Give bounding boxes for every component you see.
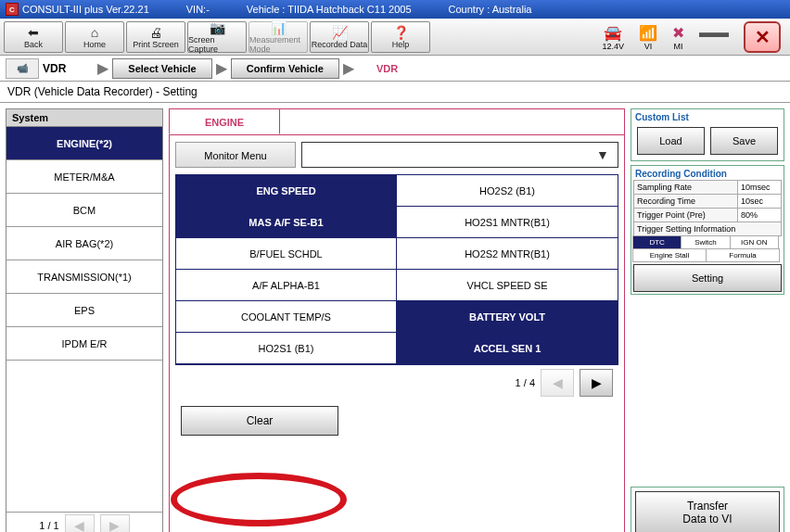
system-item[interactable]: BCM xyxy=(6,194,162,227)
grid-prev-button: ◀ xyxy=(541,369,574,397)
load-button[interactable]: Load xyxy=(637,127,705,155)
trigger-cell[interactable]: IGN ON xyxy=(730,235,779,249)
system-prev-button: ◀ xyxy=(65,514,95,533)
monitor-panel: ENGINE Monitor Menu ▼ ENG SPEEDHO2S2 (B1… xyxy=(169,108,625,532)
recording-key: Trigger Setting Information xyxy=(634,222,781,235)
sensor-cell[interactable]: HO2S2 (B1) xyxy=(397,175,618,207)
recording-condition-box: Recording Condition Sampling Rate10msecR… xyxy=(631,165,784,295)
system-item[interactable]: METER/M&A xyxy=(6,160,162,194)
system-panel: System ENGINE(*2)METER/M&ABCMAIR BAG(*2)… xyxy=(6,108,163,532)
sensor-cell[interactable]: HO2S1 MNTR(B1) xyxy=(397,207,618,238)
app-icon: C xyxy=(6,3,19,16)
help-button[interactable]: ❓Help xyxy=(371,21,430,53)
recording-row: Sampling Rate10msec xyxy=(633,180,782,195)
home-icon: ⌂ xyxy=(91,25,98,40)
sensor-cell[interactable]: ACCEL SEN 1 xyxy=(397,333,618,364)
country-label: Country : Australia xyxy=(449,4,532,15)
vin-label: VIN:- xyxy=(186,4,210,15)
signal-icon: 📶 xyxy=(639,24,657,42)
mi-status: ✖MI xyxy=(672,24,684,51)
system-page-label: 1 / 1 xyxy=(39,520,58,531)
chevron-right-icon: ▶ xyxy=(216,59,227,77)
capture-button[interactable]: 📷Screen Capture xyxy=(187,21,247,53)
sensor-cell[interactable]: VHCL SPEED SE xyxy=(397,270,618,301)
monitor-menu-select[interactable]: ▼ xyxy=(301,142,618,168)
close-icon: ✕ xyxy=(755,26,771,48)
system-header: System xyxy=(6,109,162,127)
select-vehicle-crumb[interactable]: Select Vehicle xyxy=(112,58,211,79)
engine-tab[interactable]: ENGINE xyxy=(169,108,280,134)
sensor-cell[interactable]: COOLANT TEMP/S xyxy=(176,301,397,333)
back-icon: ⬅ xyxy=(28,25,39,40)
confirm-vehicle-crumb[interactable]: Confirm Vehicle xyxy=(231,58,339,79)
recording-row: Trigger Setting Information xyxy=(633,222,782,236)
trigger-cell[interactable]: Engine Stall xyxy=(632,248,707,262)
recording-params: Sampling Rate10msecRecording Time10secTr… xyxy=(633,180,782,236)
chevron-down-icon: ▼ xyxy=(593,147,612,162)
system-next-button: ▶ xyxy=(100,514,130,533)
system-item[interactable]: AIR BAG(*2) xyxy=(6,227,162,260)
recording-value: 10msec xyxy=(738,181,781,194)
page-subtitle: VDR (Vehicle Data Recorder) - Setting xyxy=(0,82,790,103)
sensor-cell[interactable]: MAS A/F SE-B1 xyxy=(176,207,397,238)
help-icon: ❓ xyxy=(393,25,409,40)
trigger-cell[interactable]: Switch xyxy=(681,235,730,249)
recorded-icon: 📈 xyxy=(332,25,348,40)
side-panel: Custom List Load Save Recording Conditio… xyxy=(631,108,784,532)
clear-button[interactable]: Clear xyxy=(181,406,338,436)
grid-pager: 1 / 4 ◀ ▶ xyxy=(175,365,618,400)
battery-icon: ▬▬ xyxy=(699,24,729,41)
sensor-cell[interactable]: A/F ALPHA-B1 xyxy=(176,270,397,301)
print-button[interactable]: 🖨Print Screen xyxy=(126,21,185,53)
status-area: 🚘12.4V 📶VI ✖MI ▬▬ ✕ xyxy=(596,21,786,53)
system-list: ENGINE(*2)METER/M&ABCMAIR BAG(*2)TRANSMI… xyxy=(6,127,162,532)
chevron-right-icon: ▶ xyxy=(97,59,108,77)
close-button[interactable]: ✕ xyxy=(744,21,781,53)
recording-key: Recording Time xyxy=(634,195,738,208)
recording-value: 80% xyxy=(738,209,781,222)
sensor-cell[interactable]: HO2S1 (B1) xyxy=(176,333,397,364)
voltage-status: 🚘12.4V xyxy=(602,24,624,51)
monitor-menu-row: Monitor Menu ▼ xyxy=(175,141,618,169)
recording-row: Trigger Point (Pre)80% xyxy=(633,209,782,222)
trigger-cell[interactable]: Formula xyxy=(706,248,780,262)
camera-icon: 📷 xyxy=(210,20,225,35)
measure-icon: 📊 xyxy=(271,20,287,35)
system-item[interactable]: IPDM E/R xyxy=(6,327,162,361)
cross-icon: ✖ xyxy=(672,24,684,42)
trigger-cell[interactable]: DTC xyxy=(632,235,682,249)
custom-list-box: Custom List Load Save xyxy=(631,108,784,161)
car-icon: 🚘 xyxy=(604,24,622,42)
printer-icon: 🖨 xyxy=(149,25,162,40)
back-button[interactable]: ⬅Back xyxy=(4,21,63,53)
setting-button[interactable]: Setting xyxy=(633,264,782,292)
system-pager: 1 / 1 ◀ ▶ xyxy=(6,512,162,532)
grid-page-label: 1 / 4 xyxy=(516,377,535,388)
trigger-grid: DTCSwitchIGN ONEngine StallFormula xyxy=(633,236,782,262)
system-item[interactable]: ENGINE(*2) xyxy=(6,127,162,160)
system-item[interactable]: EPS xyxy=(6,294,162,327)
home-button[interactable]: ⌂Home xyxy=(65,21,124,53)
recording-key: Trigger Point (Pre) xyxy=(634,209,738,222)
battery-status: ▬▬ xyxy=(699,24,729,50)
sensor-cell[interactable]: BATTERY VOLT xyxy=(397,301,618,333)
system-item[interactable]: TRANSMISSION(*1) xyxy=(6,260,162,294)
vdr-icon: 📹 xyxy=(6,58,39,79)
sensor-cell[interactable]: B/FUEL SCHDL xyxy=(176,238,397,270)
window-titlebar: C CONSULT-III plus Ver.22.21 VIN:- Vehic… xyxy=(0,0,790,19)
sensor-cell[interactable]: HO2S2 MNTR(B1) xyxy=(397,238,618,270)
vehicle-label: Vehicle : TIIDA Hatchback C11 2005 xyxy=(247,4,412,15)
recorded-button[interactable]: 📈Recorded Data xyxy=(310,21,369,53)
recording-row: Recording Time10sec xyxy=(633,195,782,209)
transfer-button[interactable]: Transfer Data to VI xyxy=(635,491,780,532)
save-button[interactable]: Save xyxy=(710,127,778,155)
custom-list-header: Custom List xyxy=(633,111,782,123)
transfer-box: Transfer Data to VI xyxy=(631,487,784,532)
recording-key: Sampling Rate xyxy=(634,181,738,194)
sensor-grid: ENG SPEEDHO2S2 (B1)MAS A/F SE-B1HO2S1 MN… xyxy=(175,174,618,365)
sensor-cell[interactable]: ENG SPEED xyxy=(176,175,397,207)
grid-next-button[interactable]: ▶ xyxy=(580,369,613,397)
recording-condition-header: Recording Condition xyxy=(633,168,782,180)
breadcrumb-bar: 📹 VDR ▶ Select Vehicle ▶ Confirm Vehicle… xyxy=(0,56,790,82)
app-title: CONSULT-III plus Ver.22.21 xyxy=(22,4,149,15)
